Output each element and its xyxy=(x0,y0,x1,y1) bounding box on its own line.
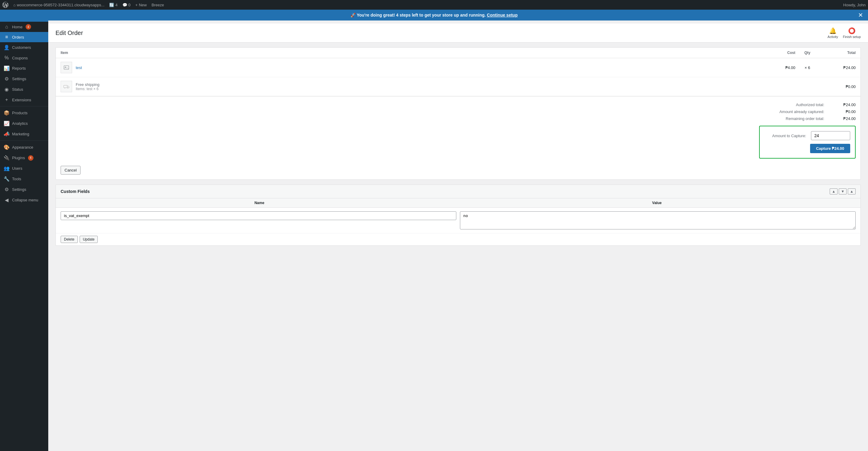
header-actions: 🔔 Activity ⭕ Finish setup xyxy=(828,27,861,39)
item-cell: test xyxy=(61,62,759,73)
customers-icon: 👤 xyxy=(4,44,10,50)
plugin-label[interactable]: Breeze xyxy=(151,3,164,7)
sidebar-home-label: Home xyxy=(12,25,23,29)
sidebar-item-extensions[interactable]: + Extensions xyxy=(0,95,48,105)
item-cost: ₱4.00 xyxy=(759,65,795,70)
cf-name-input[interactable] xyxy=(61,211,456,220)
sidebar-appearance-label: Appearance xyxy=(12,145,33,150)
cf-update-button[interactable]: Update xyxy=(80,236,98,243)
sidebar-item-products[interactable]: 📦 Products xyxy=(0,108,48,118)
shipping-cell: Free shipping Items: test × 6 xyxy=(61,81,759,92)
sidebar-item-marketing[interactable]: 📣 Marketing xyxy=(0,129,48,139)
cf-value-textarea[interactable]: no xyxy=(460,211,856,229)
sidebar-item-home[interactable]: ⌂ Home 4 xyxy=(0,22,48,32)
cf-buttons: Delete Update xyxy=(56,233,861,246)
cf-delete-button[interactable]: Delete xyxy=(61,236,78,243)
sidebar-item-status[interactable]: ◉ Status xyxy=(0,84,48,95)
sidebar-item-appearance[interactable]: 🎨 Appearance xyxy=(0,142,48,153)
sidebar-item-settings-main[interactable]: ⚙ Settings xyxy=(0,184,48,195)
authorized-label: Authorized total: xyxy=(764,102,824,107)
capture-section: Amount to Capture: Capture ₱24.00 xyxy=(759,126,856,159)
updates-icon: 🔄 xyxy=(109,3,114,7)
custom-fields-title: Custom Fields xyxy=(61,189,90,194)
authorized-value: ₱24.00 xyxy=(832,102,856,107)
section-down-button[interactable]: ▼ xyxy=(839,188,846,194)
sidebar-item-customers[interactable]: 👤 Customers xyxy=(0,42,48,53)
sidebar-item-orders[interactable]: ≡ Orders xyxy=(0,32,48,42)
sidebar-item-users[interactable]: 👥 Users xyxy=(0,163,48,174)
sidebar-users-label: Users xyxy=(12,166,22,171)
sidebar-item-tools[interactable]: 🔧 Tools xyxy=(0,174,48,184)
cf-table-header: Name Value xyxy=(56,198,861,208)
finish-setup-label: Finish setup xyxy=(843,35,861,39)
finish-setup-icon: ⭕ xyxy=(848,27,856,34)
finish-setup-button[interactable]: ⭕ Finish setup xyxy=(843,27,861,39)
sidebar-analytics-label: Analytics xyxy=(12,121,28,126)
section-up-button[interactable]: ▲ xyxy=(830,188,838,194)
new-item[interactable]: + New xyxy=(135,3,147,7)
sidebar-item-reports[interactable]: 📊 Reports xyxy=(0,63,48,73)
marketing-icon: 📣 xyxy=(4,131,10,137)
item-total: ₱24.00 xyxy=(819,65,856,70)
col-total: Total xyxy=(819,51,856,55)
home-badge: 4 xyxy=(26,24,31,30)
capture-amount-input[interactable] xyxy=(811,131,850,140)
tools-icon: 🔧 xyxy=(4,176,10,182)
section-toggle-button[interactable]: ▲ xyxy=(848,188,856,194)
sidebar-tools-label: Tools xyxy=(12,177,21,181)
sidebar-collapse-menu[interactable]: ◀ Collapse menu xyxy=(0,195,48,205)
notice-close-button[interactable]: ✕ xyxy=(858,12,863,18)
sidebar-status-label: Status xyxy=(12,87,23,92)
sidebar-item-settings[interactable]: ⚙ Settings xyxy=(0,73,48,84)
shipping-thumbnail xyxy=(61,81,72,92)
sidebar-orders-label: Orders xyxy=(12,35,24,39)
settings-main-icon: ⚙ xyxy=(4,187,10,192)
extensions-icon: + xyxy=(4,97,10,102)
sidebar-customers-label: Customers xyxy=(12,45,31,50)
item-qty: × 6 xyxy=(795,65,819,70)
captured-value: ₱0.00 xyxy=(832,109,856,114)
analytics-icon: 📈 xyxy=(4,121,10,126)
cancel-button[interactable]: Cancel xyxy=(61,166,81,174)
sidebar-item-coupons[interactable]: % Coupons xyxy=(0,53,48,63)
svg-point-3 xyxy=(65,88,65,89)
item-thumbnail xyxy=(61,62,72,73)
order-items-table: Item Cost Qty Total test xyxy=(56,47,861,180)
status-icon: ◉ xyxy=(4,87,10,92)
shipping-items: Items: test × 6 xyxy=(76,87,99,91)
item-name-link[interactable]: test xyxy=(76,65,82,70)
sidebar-extensions-label: Extensions xyxy=(12,98,31,102)
wp-logo[interactable] xyxy=(2,2,8,8)
updates-item[interactable]: 🔄 4 xyxy=(109,3,117,7)
coupons-icon: % xyxy=(4,55,10,61)
shipping-total: ₱0.00 xyxy=(819,85,856,89)
page-title: Edit Order xyxy=(56,30,83,36)
custom-fields-section: Custom Fields ▲ ▼ ▲ Name Value no Delete… xyxy=(56,185,861,246)
collapse-label: Collapse menu xyxy=(12,198,38,202)
sidebar: W WooCommerce ⌂ Home 4 ≡ Orders 👤 Custom… xyxy=(0,10,48,251)
capture-button[interactable]: Capture ₱24.00 xyxy=(810,144,850,153)
col-item: Item xyxy=(61,51,759,55)
sidebar-settings-label: Settings xyxy=(12,76,26,81)
sidebar-item-plugins[interactable]: 🔌 Plugins 4 xyxy=(0,153,48,163)
comments-item[interactable]: 💬 0 xyxy=(122,3,131,7)
users-icon: 👥 xyxy=(4,165,10,171)
capture-amount-label: Amount to Capture: xyxy=(772,134,806,138)
activity-label: Activity xyxy=(828,35,838,39)
user-label[interactable]: Howdy, John xyxy=(843,3,866,7)
remaining-value: ₱24.00 xyxy=(832,116,856,121)
order-table-header: Item Cost Qty Total xyxy=(56,47,861,58)
custom-fields-header: Custom Fields ▲ ▼ ▲ xyxy=(56,185,861,198)
cf-row: no xyxy=(56,208,861,233)
sidebar-settings-main-label: Settings xyxy=(12,187,26,192)
page-header: Edit Order 🔔 Activity ⭕ Finish setup xyxy=(48,24,868,42)
site-name[interactable]: ⌂ woocommerce-958572-3344311.cloudwaysap… xyxy=(13,3,104,7)
home-icon: ⌂ xyxy=(4,24,10,30)
sidebar-item-analytics[interactable]: 📈 Analytics xyxy=(0,118,48,129)
notice-banner: 🚀 You're doing great! 4 steps left to ge… xyxy=(0,10,868,21)
continue-setup-link[interactable]: Continue setup xyxy=(487,13,518,18)
order-item-row: test ₱4.00 × 6 ₱24.00 xyxy=(56,58,861,77)
col-qty: Qty xyxy=(795,51,819,55)
comments-icon: 💬 xyxy=(122,3,127,7)
activity-button[interactable]: 🔔 Activity xyxy=(828,27,838,39)
